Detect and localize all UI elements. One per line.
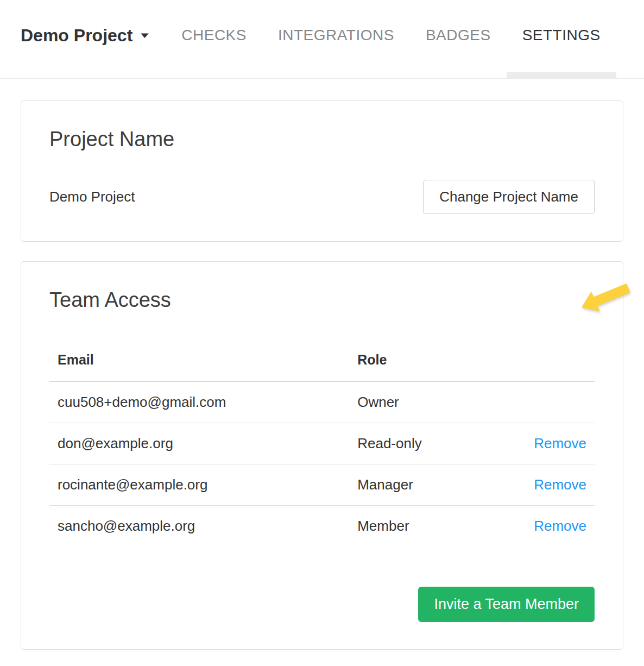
remove-member-link[interactable]: Remove — [534, 476, 586, 493]
team-members-table: Email Role cuu508+demo@gmail.com Owner d… — [49, 342, 595, 546]
member-role: Owner — [349, 381, 513, 423]
member-role: Member — [349, 506, 513, 547]
table-header-row: Email Role — [49, 342, 595, 381]
member-role: Manager — [349, 464, 513, 506]
actions-column-header — [513, 342, 595, 381]
team-member-row: don@example.org Read-only Remove — [49, 423, 595, 464]
team-access-card-title: Team Access — [49, 288, 595, 313]
tab-integrations[interactable]: INTEGRATIONS — [262, 0, 410, 78]
tab-badges[interactable]: BADGES — [410, 0, 507, 78]
member-email: sancho@example.org — [49, 506, 349, 547]
team-access-card: Team Access Email Role cuu508+demo@gmail… — [21, 261, 623, 650]
member-email: cuu508+demo@gmail.com — [49, 381, 349, 423]
remove-member-link[interactable]: Remove — [534, 435, 586, 451]
email-column-header: Email — [49, 342, 349, 381]
remove-member-link[interactable]: Remove — [534, 518, 586, 534]
settings-page: Project Name Demo Project Change Project… — [0, 79, 644, 650]
main-tabs: CHECKSINTEGRATIONSBADGESSETTINGS — [166, 0, 616, 78]
current-project-name: Demo Project — [49, 189, 135, 205]
project-switcher-label: Demo Project — [21, 26, 132, 46]
member-email: don@example.org — [49, 423, 349, 464]
top-nav: Demo Project CHECKSINTEGRATIONSBADGESSET… — [0, 0, 644, 79]
change-project-name-button[interactable]: Change Project Name — [423, 180, 595, 214]
tab-checks[interactable]: CHECKS — [166, 0, 262, 78]
team-member-row: cuu508+demo@gmail.com Owner — [49, 381, 595, 423]
team-member-row: rocinante@example.org Manager Remove — [49, 464, 595, 506]
tab-settings[interactable]: SETTINGS — [507, 0, 616, 78]
project-switcher[interactable]: Demo Project — [21, 26, 150, 46]
role-column-header: Role — [349, 342, 513, 381]
invite-team-member-button[interactable]: Invite a Team Member — [418, 587, 595, 622]
team-member-row: sancho@example.org Member Remove — [49, 506, 595, 547]
member-role: Read-only — [349, 423, 513, 464]
project-name-card: Project Name Demo Project Change Project… — [21, 100, 623, 242]
member-email: rocinante@example.org — [49, 464, 349, 506]
chevron-down-icon — [140, 33, 150, 39]
project-name-card-title: Project Name — [49, 127, 595, 152]
